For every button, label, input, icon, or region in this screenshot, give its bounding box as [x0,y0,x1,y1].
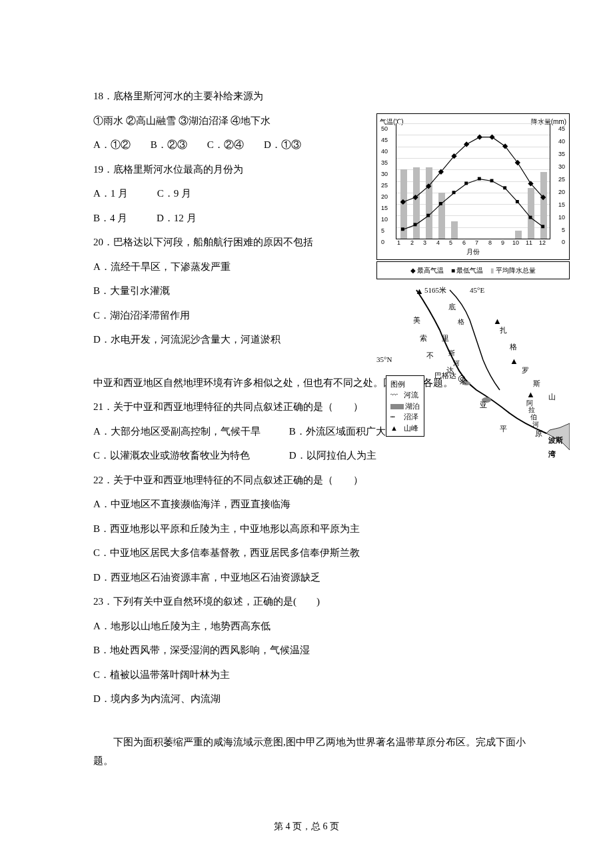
q22-d: D．西亚地区石油资源丰富，中亚地区石油资源缺乏 [93,568,533,587]
legend-precip: 平均降水总量 [490,264,536,277]
q23-d: D．境内多为内流河、内流湖 [93,689,533,709]
svg-rect-20 [503,186,506,189]
q22-c: C．中亚地区居民大多信奉基督教，西亚居民多信奉伊斯兰教 [93,543,533,563]
q21-b: B．外流区域面积广大 [289,426,386,437]
q23-b: B．地处西风带，深受湿润的西风影响，气候温湿 [93,641,533,660]
q20-c: C．湖泊沼泽滞留作用 [93,306,376,325]
q22-a: A．中亚地区不直接濒临海洋，西亚直接临海 [93,495,533,514]
q18-items: ①雨水 ②高山融雪 ③湖泊沼泽 ④地下水 [93,111,376,131]
latitude-label: 35°N [376,353,392,367]
svg-rect-18 [478,177,481,181]
q20-d: D．水电开发，河流泥沙含量大，河道淤积 [93,330,376,349]
plot-area [396,123,550,239]
q23-c: C．植被以温带落叶阔叶林为主 [93,665,533,685]
q18-options: A．①② B．②③ C．②④ D．①③ [93,135,376,155]
q18-d: D．①③ [264,135,301,155]
legend-low-temp: 最低气温 [451,264,483,277]
figure-panel: 气温(℃) 降水量(mm) 50 45 40 35 30 25 20 15 10… [376,113,573,450]
x-axis-label: 月份 [377,245,569,258]
q22-stem: 22．关于中亚和西亚地理特征的不同点叙述正确的是（ ） [93,471,533,490]
q23-stem: 23．下列有关中亚自然环境的叙述，正确的是( ) [93,592,533,611]
q23-a: A．地形以山地丘陵为主，地势西高东低 [93,617,533,636]
svg-rect-13 [414,223,417,226]
q19-stem: 19．底格里斯河水位最高的月份为 [93,160,376,179]
q20-stem: 20．巴格达以下河段，船舶航行困难的原因不包括 [93,233,376,252]
svg-rect-15 [439,202,442,205]
passage-24: 下图为面积萎缩严重的咸海流域示意图,图中甲乙两地为世界著名温带草原分布区。完成下… [93,733,533,771]
svg-rect-22 [529,216,532,219]
map-legend: 图例 〰河流 湖泊 ┉沼泽 ▲山峰 [386,375,424,437]
svg-rect-23 [541,225,544,228]
peak-icon: ▲ [415,283,424,300]
q18-a: A．①② [93,135,131,155]
svg-rect-16 [452,191,456,194]
svg-rect-12 [401,227,404,231]
city-baghdad: 巴格达 [434,369,456,383]
q21-c: C．以灌溉农业或游牧畜牧业为特色 [93,446,287,465]
svg-rect-14 [426,214,430,217]
longitude-label: 45°E [470,283,484,297]
q19-c: C．9 月 [157,188,191,199]
svg-rect-6 [477,134,482,139]
q18-b: B．②③ [151,135,187,155]
page-footer: 第 4 页，总 6 页 [0,818,613,836]
chart-legend: 最高气温 最低气温 平均降水总量 [376,261,570,279]
q19-a: A．1 月 [93,184,128,203]
svg-rect-21 [516,200,519,203]
q21-a: A．大部分地区受副高控制，气候干旱 [93,422,287,441]
legend-high-temp: 最高气温 [410,264,444,277]
climate-chart: 气温(℃) 降水量(mm) 50 45 40 35 30 25 20 15 10… [376,113,570,260]
q18-c: C．②④ [207,135,244,155]
map-legend-title: 图例 [390,379,420,390]
svg-rect-0 [400,199,406,205]
svg-rect-17 [464,181,468,185]
tigris-map: ▲ 5165米 45°E ▲ ▲ ▲ 35°N 美 索 不 达 米 亚 底 格 … [376,283,570,450]
peak-label: 5165米 [424,283,446,297]
q20-a: A．流经干旱区，下渗蒸发严重 [93,257,376,277]
q21-d: D．以阿拉伯人为主 [289,450,376,461]
q18-stem: 18．底格里斯河河水的主要补给来源为 [93,87,376,106]
q19-d: D．12 月 [157,213,197,223]
svg-rect-19 [490,179,494,183]
svg-rect-7 [489,134,494,139]
q19-b: B．4 月 [93,209,127,228]
q22-b: B．西亚地形以平原和丘陵为主，中亚地形以高原和平原为主 [93,519,533,539]
q20-b: B．大量引水灌溉 [93,281,376,301]
